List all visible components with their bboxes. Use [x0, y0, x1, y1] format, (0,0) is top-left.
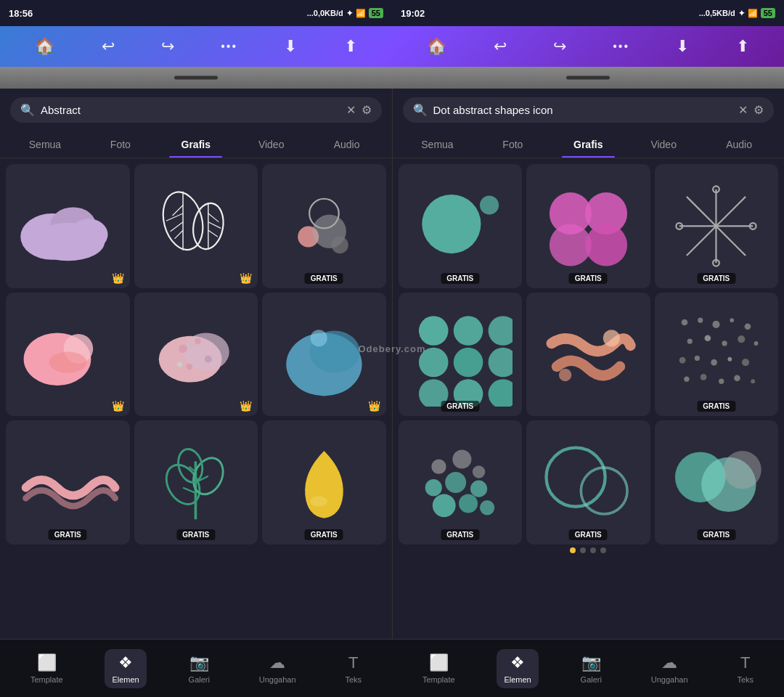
- svg-point-18: [331, 237, 348, 253]
- svg-point-59: [489, 348, 513, 378]
- bottom-template-right[interactable]: ⬜ Template: [415, 649, 462, 688]
- svg-line-14: [208, 230, 218, 237]
- clear-icon-right[interactable]: ✕: [738, 103, 748, 117]
- tab-audio-left[interactable]: Audio: [309, 131, 385, 158]
- tab-grafis-right[interactable]: Grafis: [550, 131, 626, 158]
- left-category-tabs: Semua Foto Grafis Video Audio: [0, 131, 392, 158]
- more-icon-right[interactable]: •••: [613, 40, 629, 53]
- svg-point-90: [470, 480, 487, 497]
- grid-item-left-5[interactable]: 👑: [134, 293, 258, 417]
- home-icon-right[interactable]: 🏠: [427, 37, 446, 56]
- svg-point-40: [422, 195, 481, 253]
- template-label-left: Template: [30, 675, 63, 684]
- grid-item-right-9[interactable]: GRATIS: [655, 420, 779, 545]
- grid-item-left-4[interactable]: 👑: [6, 293, 130, 417]
- badge-left-8: GRATIS: [176, 529, 215, 540]
- home-icon-left[interactable]: 🏠: [35, 37, 54, 56]
- grid-item-right-1[interactable]: GRATIS: [399, 164, 523, 288]
- right-search-bar[interactable]: 🔍 Dot abstract shapes icon ✕ ⚙: [403, 97, 775, 123]
- grid-item-left-8[interactable]: GRATIS: [134, 420, 258, 545]
- grid-item-right-3[interactable]: GRATIS: [655, 164, 779, 288]
- tab-grafis-left[interactable]: Grafis: [158, 131, 234, 158]
- elemen-icon-left: ❖: [118, 653, 133, 672]
- bottom-nav-left: ⬜ Template ❖ Elemen 📷 Galeri ☁ Unggahan …: [0, 640, 392, 697]
- share-icon-right[interactable]: ⬆: [736, 37, 749, 56]
- teks-label-right: Teks: [737, 675, 754, 684]
- badge-right-7: GRATIS: [441, 529, 479, 540]
- left-search-bar[interactable]: 🔍 Abstract ✕ ⚙: [10, 97, 382, 123]
- svg-point-84: [751, 380, 756, 384]
- grid-item-right-7[interactable]: GRATIS: [399, 420, 523, 545]
- bottom-elemen-left[interactable]: ❖ Elemen: [105, 649, 146, 688]
- svg-point-26: [205, 356, 212, 363]
- svg-point-28: [177, 362, 182, 367]
- svg-point-58: [454, 348, 483, 378]
- svg-point-45: [585, 224, 627, 266]
- forward-icon-right[interactable]: ↪: [553, 37, 566, 56]
- bottom-unggahan-right[interactable]: ☁ Unggahan: [644, 649, 695, 688]
- status-icons-right: ...0,5KB/d ✦ 📶 55: [699, 8, 775, 18]
- bottom-galeri-right[interactable]: 📷 Galeri: [573, 649, 609, 688]
- bottom-teks-right[interactable]: T Teks: [730, 649, 761, 688]
- svg-point-56: [489, 317, 513, 346]
- tab-audio-right[interactable]: Audio: [701, 131, 777, 158]
- back-icon-right[interactable]: ↩: [494, 37, 507, 56]
- bottom-template-left[interactable]: ⬜ Template: [23, 649, 70, 688]
- grid-item-right-8[interactable]: GRATIS: [526, 420, 650, 545]
- tab-semua-right[interactable]: Semua: [400, 131, 475, 158]
- bottom-galeri-left[interactable]: 📷 Galeri: [181, 649, 217, 688]
- svg-line-13: [208, 221, 221, 228]
- svg-point-67: [713, 321, 720, 328]
- grid-item-left-6[interactable]: 👑: [262, 293, 386, 417]
- filter-icon-left[interactable]: ⚙: [362, 103, 372, 117]
- filter-icon-right[interactable]: ⚙: [754, 103, 764, 117]
- right-search-input[interactable]: Dot abstract shapes icon: [433, 104, 733, 116]
- tab-video-right[interactable]: Video: [626, 131, 701, 158]
- grid-item-right-4[interactable]: GRATIS: [399, 293, 523, 417]
- right-grid: GRATIS GRATIS: [399, 164, 779, 545]
- crown-left-4: 👑: [112, 400, 124, 412]
- left-grid-area: 👑: [0, 158, 392, 639]
- elemen-label-left: Elemen: [112, 675, 139, 684]
- download-icon-right[interactable]: ⬇: [676, 37, 689, 56]
- canvas-left: [0, 67, 392, 89]
- bottom-unggahan-left[interactable]: ☁ Unggahan: [252, 649, 303, 688]
- left-search-input[interactable]: Abstract: [41, 104, 340, 116]
- grid-item-right-6[interactable]: GRATIS: [655, 293, 779, 417]
- download-icon-left[interactable]: ⬇: [284, 37, 297, 56]
- elemen-icon-right: ❖: [510, 653, 525, 672]
- svg-point-80: [685, 377, 690, 382]
- forward-icon-left[interactable]: ↪: [161, 37, 174, 56]
- battery-left: 55: [369, 8, 383, 18]
- svg-point-70: [687, 339, 693, 344]
- nav-half-right: 🏠 ↩ ↪ ••• ⬇ ⬆: [392, 26, 784, 67]
- svg-line-12: [208, 213, 219, 222]
- grid-item-right-5[interactable]: [526, 293, 650, 417]
- svg-point-55: [454, 317, 483, 346]
- tab-foto-left[interactable]: Foto: [83, 131, 158, 158]
- svg-point-31: [310, 330, 327, 346]
- badge-left-3: GRATIS: [305, 273, 343, 284]
- status-bar-left: 18:56 ...0,0KB/d ✦ 📶 55: [0, 0, 392, 26]
- svg-point-77: [711, 359, 717, 366]
- clear-icon-left[interactable]: ✕: [346, 103, 356, 117]
- share-icon-left[interactable]: ⬆: [344, 37, 357, 56]
- tab-foto-right[interactable]: Foto: [475, 131, 550, 158]
- tab-video-left[interactable]: Video: [234, 131, 309, 158]
- grid-item-left-7[interactable]: GRATIS: [6, 420, 130, 545]
- tab-semua-left[interactable]: Semua: [7, 131, 83, 158]
- grid-item-left-9[interactable]: GRATIS: [262, 420, 386, 545]
- back-icon-left[interactable]: ↩: [102, 37, 115, 56]
- svg-line-36: [183, 487, 195, 492]
- grid-item-left-1[interactable]: 👑: [6, 164, 130, 288]
- bottom-teks-left[interactable]: T Teks: [338, 649, 369, 688]
- search-icon-left: 🔍: [20, 103, 35, 117]
- grid-item-right-2[interactable]: GRATIS: [526, 164, 650, 288]
- grid-item-left-3[interactable]: GRATIS: [262, 164, 386, 288]
- svg-point-65: [682, 319, 688, 326]
- grid-item-left-2[interactable]: 👑: [134, 164, 258, 288]
- status-bar-right: 19:02 ...0,5KB/d ✦ 📶 55: [392, 0, 784, 26]
- bottom-elemen-right[interactable]: ❖ Elemen: [497, 649, 538, 688]
- left-grid: 👑: [6, 164, 386, 545]
- more-icon-left[interactable]: •••: [221, 40, 237, 53]
